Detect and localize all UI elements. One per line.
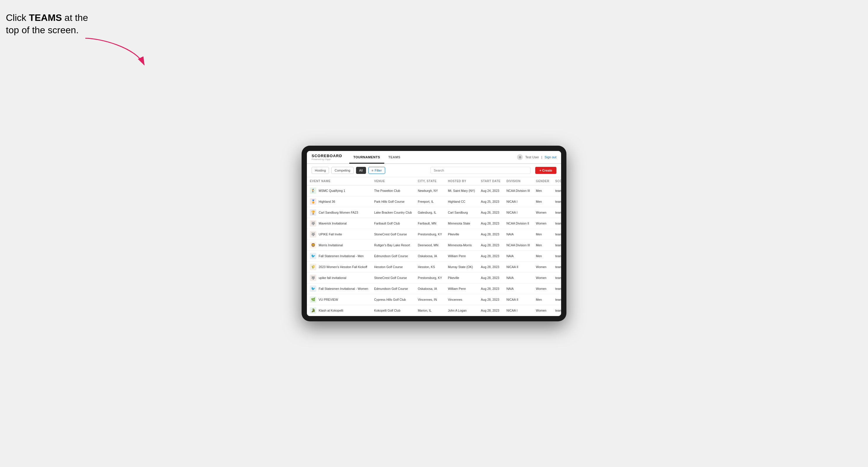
tab-teams[interactable]: TEAMS: [384, 151, 405, 164]
cell-gender: Women: [533, 261, 552, 273]
cell-division: NAIA: [503, 251, 533, 261]
table-row: 🏌 MSMC Qualifying 1 The Powelton Club Ne…: [307, 185, 561, 196]
event-icon: 🐺: [310, 220, 316, 226]
cell-division: NAIA: [503, 273, 533, 283]
cell-event-name: 🌿 VU PREVIEW: [307, 294, 371, 305]
table-row: 🏅 Highland 36 Park Hills Golf Course Fre…: [307, 196, 561, 207]
col-division: DIVISION: [503, 177, 533, 185]
cell-division: NICAA I: [503, 207, 533, 218]
cell-scoring: team, Stroke Play: [552, 273, 561, 283]
col-hosted-by: HOSTED BY: [445, 177, 478, 185]
table-row: 🏆 Carl Sandburg Women FA23 Lake Bracken …: [307, 207, 561, 218]
cell-scoring: team, Stroke Play: [552, 196, 561, 207]
cell-start-date: Aug 28, 2023: [478, 294, 503, 305]
cell-event-name: 🐺 UPIKE Fall Invite: [307, 229, 371, 240]
cell-division: NCAA Division II: [503, 218, 533, 229]
cell-division: NICAA II: [503, 294, 533, 305]
cell-hosted-by: Mt. Saint Mary (NY): [445, 185, 478, 196]
cell-scoring: team, Stroke Play: [552, 229, 561, 240]
event-name-text: Highland 36: [319, 200, 335, 203]
cell-city-state: Newburgh, NY: [415, 185, 445, 196]
event-name-text: Maverick Invitational: [319, 222, 347, 225]
event-icon: 🏆: [310, 209, 316, 216]
cell-hosted-by: William Penn: [445, 251, 478, 261]
event-icon: 🐦: [310, 285, 316, 292]
cell-venue: The Powelton Club: [371, 185, 414, 196]
table-row: 🐺 UPIKE Fall Invite StoneCrest Golf Cour…: [307, 229, 561, 240]
event-name-text: UPIKE Fall Invite: [319, 232, 342, 236]
filter-btn[interactable]: ≡ Filter: [368, 167, 385, 174]
cell-event-name: 🏆 Carl Sandburg Women FA23: [307, 207, 371, 218]
event-icon: 🐺: [310, 275, 316, 281]
cell-start-date: Aug 25, 2023: [478, 196, 503, 207]
event-name-text: Morris Invitational: [319, 243, 343, 247]
cell-event-name: 🐊 Klash at Kokopelli: [307, 305, 371, 316]
cell-start-date: Aug 28, 2023: [478, 240, 503, 251]
search-box[interactable]: [431, 167, 530, 174]
filter-icon: ≡: [372, 168, 373, 172]
cell-city-state: Vincennes, IN: [415, 294, 445, 305]
cell-venue: Lake Bracken Country Club: [371, 207, 414, 218]
cell-gender: Men: [533, 185, 552, 196]
event-icon: 🐦: [310, 253, 316, 259]
col-scoring: SCORING: [552, 177, 561, 185]
cell-gender: Women: [533, 218, 552, 229]
cell-hosted-by: Minnesota-Morris: [445, 240, 478, 251]
cell-venue: StoneCrest Golf Course: [371, 273, 414, 283]
table-row: 🌾 2023 Women's Hesston Fall Kickoff Hess…: [307, 261, 561, 273]
hosting-filter-btn[interactable]: Hosting: [312, 167, 329, 174]
cell-scoring: team, Stroke Play: [552, 261, 561, 273]
competing-filter-btn[interactable]: Competing: [331, 167, 353, 174]
table-row: 🐊 Klash at Kokopelli Kokopelli Golf Club…: [307, 305, 561, 316]
cell-start-date: Aug 28, 2023: [478, 218, 503, 229]
tab-tournaments[interactable]: TOURNAMENTS: [349, 151, 384, 164]
logo-area: SCOREBOARD Powered by Clippi: [312, 154, 342, 161]
event-icon: 🐊: [310, 307, 316, 314]
event-name-text: MSMC Qualifying 1: [319, 189, 345, 192]
cell-gender: Women: [533, 305, 552, 316]
cell-scoring: team, Stroke Play: [552, 283, 561, 294]
cell-city-state: Prestonsburg, KY: [415, 229, 445, 240]
cell-scoring: team, Stroke Play: [552, 218, 561, 229]
event-icon: 🏌: [310, 187, 316, 194]
cell-gender: Men: [533, 240, 552, 251]
cell-scoring: team, Stroke Play: [552, 240, 561, 251]
user-icon: ⚙: [517, 154, 523, 160]
cell-city-state: Freeport, IL: [415, 196, 445, 207]
all-filter-btn[interactable]: All: [356, 167, 366, 174]
event-name-text: 2023 Women's Hesston Fall Kickoff: [319, 265, 367, 269]
cell-event-name: 🏌 MSMC Qualifying 1: [307, 185, 371, 196]
cell-venue: Edmundson Golf Course: [371, 283, 414, 294]
event-icon: 🌿: [310, 296, 316, 303]
cell-hosted-by: Carl Sandburg: [445, 207, 478, 218]
table-row: 🐦 Fall Statesmen Invitational - Men Edmu…: [307, 251, 561, 261]
cell-venue: Kokopelli Golf Club: [371, 305, 414, 316]
cell-city-state: Oskaloosa, IA: [415, 283, 445, 294]
cell-start-date: Aug 24, 2023: [478, 185, 503, 196]
cell-event-name: 🏅 Highland 36: [307, 196, 371, 207]
cell-hosted-by: Minnesota State: [445, 218, 478, 229]
cell-venue: Cypress Hills Golf Club: [371, 294, 414, 305]
cell-scoring: team, Stroke Play: [552, 305, 561, 316]
cell-event-name: 🌾 2023 Women's Hesston Fall Kickoff: [307, 261, 371, 273]
table-container: EVENT NAME VENUE CITY, STATE HOSTED BY S…: [307, 177, 561, 316]
cell-venue: Hesston Golf Course: [371, 261, 414, 273]
cell-gender: Men: [533, 229, 552, 240]
cell-hosted-by: John A Logan: [445, 305, 478, 316]
cell-hosted-by: Pikeville: [445, 229, 478, 240]
instruction-text: Click TEAMS at the top of the screen.: [6, 12, 100, 36]
signout-link[interactable]: Sign out: [545, 155, 556, 159]
cell-gender: Women: [533, 273, 552, 283]
table-row: 🐺 Maverick Invitational Faribault Golf C…: [307, 218, 561, 229]
cell-start-date: Aug 28, 2023: [478, 261, 503, 273]
logo-title: SCOREBOARD: [312, 154, 342, 158]
event-name-text: upike fall invitational: [319, 276, 346, 280]
arrow-indicator: [76, 35, 153, 71]
cell-division: NICAA II: [503, 261, 533, 273]
event-icon: 🐺: [310, 231, 316, 238]
search-input[interactable]: [431, 167, 530, 174]
cell-venue: Edmundson Golf Course: [371, 251, 414, 261]
create-btn[interactable]: + Create: [535, 167, 556, 174]
cell-start-date: Aug 28, 2023: [478, 305, 503, 316]
tablet-screen: SCOREBOARD Powered by Clippi TOURNAMENTS…: [307, 151, 561, 316]
